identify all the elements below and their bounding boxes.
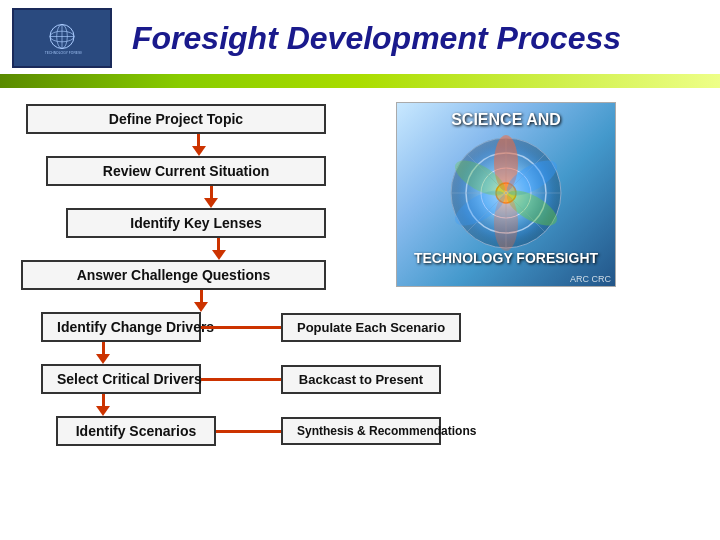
right-image-area: SCIENCE AND	[326, 98, 704, 524]
flow-item-review: Review Current Situation	[46, 156, 326, 186]
flow-item-lenses: Identify Key Lenses	[66, 208, 326, 238]
page-title: Foresight Development Process	[132, 20, 621, 57]
arrows-row-2	[41, 342, 326, 364]
logo: TECHNOLOGY FORESIGHT	[12, 8, 112, 68]
left-flowchart: Define Project Topic Review Current Situ…	[16, 98, 326, 524]
box-identify-change-drivers: Identify Change Drivers	[41, 312, 201, 342]
foresight-image: SCIENCE AND	[396, 102, 616, 287]
main-content: Define Project Topic Review Current Situ…	[0, 88, 720, 534]
green-stripe	[0, 74, 720, 88]
h-connector-3	[216, 430, 281, 433]
flow-item-critical-drivers-row: Select Critical Drivers Backcast to Pres…	[41, 364, 326, 394]
box-select-critical-drivers: Select Critical Drivers	[41, 364, 201, 394]
arrow-3	[111, 238, 326, 260]
flow-item-define: Define Project Topic	[26, 104, 326, 134]
circle-design-svg	[446, 133, 566, 253]
image-label-top: SCIENCE AND	[397, 111, 615, 129]
arrow-5	[96, 342, 110, 364]
box-answer-challenge-questions: Answer Challenge Questions	[21, 260, 326, 290]
flow-item-scenarios-row: Identify Scenarios Synthesis & Recommend…	[56, 416, 326, 446]
arrows-row-3	[41, 394, 326, 416]
arrow-4	[76, 290, 326, 312]
flow-item-change-drivers-row: Identify Change Drivers Populate Each Sc…	[41, 312, 326, 342]
h-connector-1	[201, 326, 281, 329]
arrow-6	[96, 394, 110, 416]
flow-item-challenge: Answer Challenge Questions	[21, 260, 326, 290]
arrow-2	[96, 186, 326, 208]
image-label-bottom: TECHNOLOGY FORESIGHT	[397, 250, 615, 266]
box-define-project-topic: Define Project Topic	[26, 104, 326, 134]
box-review-current-situation: Review Current Situation	[46, 156, 326, 186]
header: TECHNOLOGY FORESIGHT Foresight Developme…	[0, 0, 720, 74]
arrow-1	[71, 134, 326, 156]
h-connector-2	[201, 378, 281, 381]
image-arc-text: ARC CRC	[570, 274, 611, 284]
svg-text:TECHNOLOGY FORESIGHT: TECHNOLOGY FORESIGHT	[45, 50, 82, 54]
box-identify-scenarios: Identify Scenarios	[56, 416, 216, 446]
box-identify-key-lenses: Identify Key Lenses	[66, 208, 326, 238]
